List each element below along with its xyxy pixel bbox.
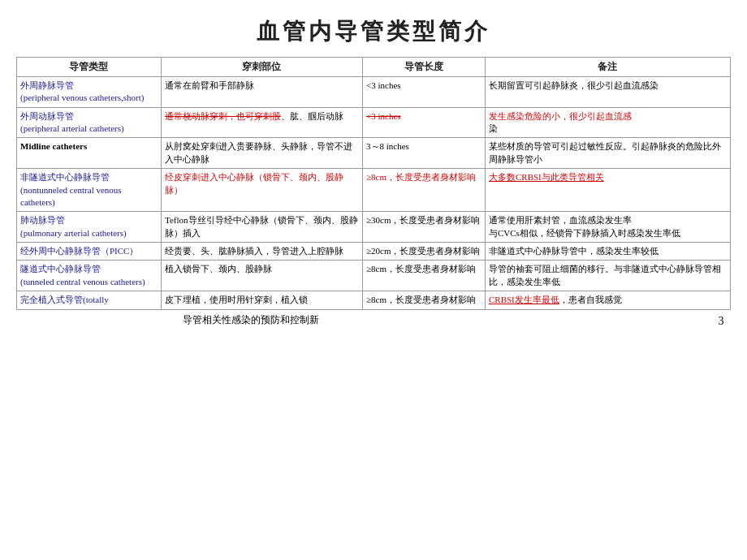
site-cell: 通常桡动脉穿刺，也可穿刺股、肱、腘后动脉 [161,107,362,138]
note-red-partial: CRBSI发生率最低 [489,295,559,304]
type-cell: 外周静脉导管 (peripheral venous catheters,shor… [17,76,162,107]
type-cell: 外周动脉导管 (peripheral arterial catheters) [17,107,162,138]
note-cell: 某些材质的导管可引起过敏性反应。引起静脉炎的危险比外周静脉导管小 [485,138,730,169]
footer-row: 导管相关性感染的预防和控制新 3 [17,309,731,332]
footer-text: 导管相关性感染的预防和控制新 [17,309,486,332]
note-cell: CRBSI发生率最低，患者自我感觉 [485,291,730,309]
type-midline: Midline catheters [20,141,87,151]
page-title: 血管内导管类型简介 [16,8,731,57]
page-number: 3 [485,309,730,332]
site-cell: 经皮穿刺进入中心静脉（锁骨下、颈内、股静脉） [161,169,362,212]
type-cell: 隧道式中心静脉导管 (tunneled central venous cathe… [17,261,162,291]
header-note: 备注 [485,58,730,77]
page: 血管内导管类型简介 导管类型 穿刺部位 导管长度 备注 外周静脉导管 (peri… [0,0,747,560]
type-zh: 完全植入式导管(totally [20,295,109,304]
length-cell: ≥8cm，长度受患者身材影响 [363,291,486,309]
table-row: 经外周中心静脉导管（PICC） 经贵要、头、肱静脉插入，导管进入上腔静脉 ≥20… [17,243,731,261]
type-cell: 肺动脉导管 (pulmonary arterial catheters) [17,212,162,243]
length-cell: <3 inches [363,107,486,138]
site-cell: Teflon导丝引导经中心静脉（锁骨下、颈内、股静脉）插入 [161,212,362,243]
site-cell: 皮下埋植，使用时用针穿刺，植入锁 [161,291,362,309]
type-en: (pulmonary arterial catheters) [20,228,127,238]
site-cell: 通常在前臂和手部静脉 [161,76,362,107]
table-row: 外周动脉导管 (peripheral arterial catheters) 通… [17,107,731,138]
site-text-strikethrough: 通常桡动脉穿刺，也可穿刺股 [165,111,281,121]
length-cell: ≥20cm，长度受患者身材影响 [363,243,486,261]
site-cell: 经贵要、头、肱静脉插入，导管进入上腔静脉 [161,243,362,261]
type-zh: 非隧道式中心静脉导管 [20,172,110,182]
header-type: 导管类型 [17,58,162,77]
site-cell: 植入锁骨下、颈内、股静脉 [161,261,362,291]
table-row: 肺动脉导管 (pulmonary arterial catheters) Tef… [17,212,731,243]
note-cell: 非隧道式中心静脉导管中，感染发生率较低 [485,243,730,261]
table-header-row: 导管类型 穿刺部位 导管长度 备注 [17,58,731,77]
type-cell: Midline catheters [17,138,162,169]
type-en: (peripheral arterial catheters) [20,123,124,133]
type-en: (nontunneled central venous catheters) [20,185,122,207]
length-cell: ≥8cm，长度受患者身材影响 [363,261,486,291]
type-zh: 经外周中心静脉导管（PICC） [20,246,138,256]
header-length: 导管长度 [363,58,486,77]
note-cell: 发生感染危险的小，很少引起血流感染 [485,107,730,138]
type-cell: 非隧道式中心静脉导管 (nontunneled central venous c… [17,169,162,212]
table-row: 隧道式中心静脉导管 (tunneled central venous cathe… [17,261,731,291]
main-table: 导管类型 穿刺部位 导管长度 备注 外周静脉导管 (peripheral ven… [16,57,731,332]
type-zh: 隧道式中心静脉导管 [20,264,101,274]
type-zh: 肺动脉导管 [20,215,65,225]
length-red: ≥8cm，长度受患者身材影响 [366,172,476,182]
note-red-underline: 大多数CRBSI与此类导管相关 [489,172,604,182]
site-red: 经皮穿刺进入中心静脉（锁骨下、颈内、股静脉） [165,172,343,194]
type-zh: 外周静脉导管 [20,80,74,90]
table-row: 外周静脉导管 (peripheral venous catheters,shor… [17,76,731,107]
length-strikethrough: <3 inches [366,111,401,121]
type-cell: 完全植入式导管(totally [17,291,162,309]
type-en: (peripheral venous catheters,short) [20,93,144,102]
note-cell: 长期留置可引起静脉炎，很少引起血流感染 [485,76,730,107]
note-cell: 通常使用肝素封管，血流感染发生率与CVCs相似，经锁骨下静脉插入时感染发生率低 [485,212,730,243]
table-row: 完全植入式导管(totally 皮下埋植，使用时用针穿刺，植入锁 ≥8cm，长度… [17,291,731,309]
site-cell: 从肘窝处穿刺进入贵要静脉、头静脉，导管不进入中心静脉 [161,138,362,169]
type-cell: 经外周中心静脉导管（PICC） [17,243,162,261]
length-cell: ≥8cm，长度受患者身材影响 [363,169,486,212]
note-red: 发生感染危险的小，很少引起血流感 [489,111,632,121]
table-row: Midline catheters 从肘窝处穿刺进入贵要静脉、头静脉，导管不进入… [17,138,731,169]
note-cell: 导管的袖套可阻止细菌的移行。与非隧道式中心静脉导管相比，感染发生率低 [485,261,730,291]
header-site: 穿刺部位 [161,58,362,77]
type-zh: 外周动脉导管 [20,111,74,121]
type-en: (tunneled central venous catheters) [20,277,145,286]
length-cell: ≥30cm，长度受患者身材影响 [363,212,486,243]
length-cell: <3 inches [363,76,486,107]
table-row: 非隧道式中心静脉导管 (nontunneled central venous c… [17,169,731,212]
length-cell: 3～8 inches [363,138,486,169]
note-cell: 大多数CRBSI与此类导管相关 [485,169,730,212]
